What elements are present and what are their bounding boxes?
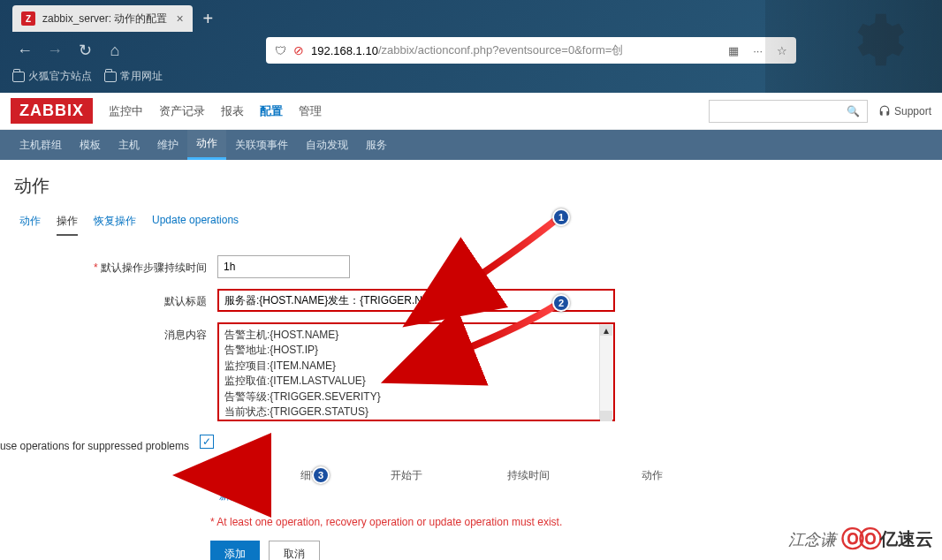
forward-button[interactable]: → — [42, 38, 67, 63]
sub-nav: 主机群组 模板 主机 维护 动作 关联项事件 自动发现 服务 — [0, 130, 942, 160]
watermark-name: 江念谦 — [788, 529, 836, 550]
tab-title: zabbix_server: 动作的配置 — [42, 11, 167, 26]
label-duration: 默认操作步骤持续时间 — [101, 261, 207, 274]
scroll-up-icon[interactable]: ▴ — [600, 325, 612, 336]
tab-update-ops[interactable]: Update operations — [152, 214, 239, 236]
search-icon: 🔍 — [847, 105, 860, 117]
new-tab-button[interactable]: + — [193, 9, 224, 29]
page-body: 动作 动作 操作 恢复操作 Update operations * 默认操作步骤… — [0, 160, 942, 560]
bookmark-firefox[interactable]: 火狐官方站点 — [12, 69, 92, 84]
tab-operation[interactable]: 操作 — [57, 214, 78, 236]
col-action: 动作 — [642, 465, 675, 487]
subnav-templates[interactable]: 模板 — [71, 130, 110, 160]
folder-icon — [104, 72, 117, 82]
tab-favicon: Z — [21, 11, 35, 26]
scrollbar[interactable] — [599, 324, 613, 420]
label-operations: 操作 — [186, 469, 207, 481]
table-header-row: 步骤 细节 开始于 持续时间 动作 — [219, 465, 675, 487]
pause-checkbox[interactable]: ✓ — [200, 435, 214, 449]
qr-icon[interactable]: ▦ — [728, 44, 739, 57]
page-title: 动作 — [14, 174, 928, 198]
subnav-discovery[interactable]: 自动发现 — [297, 130, 357, 160]
blocked-icon: ⊘ — [293, 43, 304, 57]
subnav-actions[interactable]: 动作 — [187, 130, 226, 160]
menu-inventory[interactable]: 资产记录 — [159, 103, 205, 119]
zabbix-logo[interactable]: ZABBIX — [11, 98, 93, 124]
browser-chrome: Z zabbix_server: 动作的配置 × + ← → ↻ ⌂ 🛡 ⊘ 1… — [0, 0, 942, 93]
back-button[interactable]: ← — [12, 38, 37, 63]
menu-monitoring[interactable]: 监控中 — [109, 103, 143, 119]
url-host: 192.168.1.10 — [311, 44, 378, 57]
tab-action[interactable]: 动作 — [19, 214, 41, 236]
scroll-down-icon[interactable] — [600, 411, 612, 421]
col-step: 步骤 — [219, 465, 299, 487]
col-duration: 持续时间 — [507, 465, 640, 487]
gear-decor — [845, 9, 907, 71]
new-operation-link[interactable]: 新的 — [219, 489, 240, 502]
zabbix-header: ZABBIX 监控中 资产记录 报表 配置 管理 🔍 Support — [0, 93, 942, 130]
bookmark-common[interactable]: 常用网址 — [104, 69, 163, 84]
goto-home-button[interactable]: ⌂ — [103, 38, 127, 63]
annotation-badge-1: 1 — [552, 208, 570, 226]
watermark: 江念谦 ⓞⓞ亿速云 — [788, 524, 933, 555]
folder-icon — [12, 72, 25, 82]
subnav-hosts[interactable]: 主机 — [110, 130, 148, 160]
browser-tab[interactable]: Z zabbix_server: 动作的配置 × — [12, 5, 193, 32]
headset-icon — [878, 105, 891, 117]
shield-icon: 🛡 — [275, 44, 286, 57]
support-link[interactable]: Support — [878, 105, 931, 117]
label-message: 消息内容 — [164, 329, 207, 341]
annotation-badge-3: 3 — [312, 466, 330, 484]
subnav-correlation[interactable]: 关联项事件 — [226, 130, 297, 160]
annotation-badge-2: 2 — [552, 294, 570, 312]
tab-recovery[interactable]: 恢复操作 — [94, 214, 136, 236]
duration-input[interactable] — [217, 255, 350, 278]
menu-reports[interactable]: 报表 — [221, 103, 244, 119]
menu-configuration[interactable]: 配置 — [260, 103, 283, 119]
operations-table: 步骤 细节 开始于 持续时间 动作 新的 — [217, 463, 677, 505]
cancel-button[interactable]: 取消 — [269, 541, 320, 560]
top-menu: 监控中 资产记录 报表 配置 管理 — [109, 103, 322, 119]
search-input[interactable]: 🔍 — [709, 100, 868, 123]
menu-administration[interactable]: 管理 — [299, 103, 322, 119]
col-start: 开始于 — [391, 465, 505, 487]
subnav-services[interactable]: 服务 — [357, 130, 396, 160]
form-tabs: 动作 操作 恢复操作 Update operations — [14, 214, 928, 236]
watermark-logo: ⓞⓞ亿速云 — [841, 524, 933, 555]
message-textarea[interactable] — [217, 322, 615, 421]
reload-button[interactable]: ↻ — [72, 38, 97, 63]
label-pause: Pause operations for suppressed problems — [0, 440, 189, 452]
url-path: /zabbix/actionconf.php?eventsource=0&for… — [378, 42, 624, 58]
subnav-maintenance[interactable]: 维护 — [148, 130, 187, 160]
more-icon[interactable]: ··· — [753, 44, 763, 57]
add-button[interactable]: 添加 — [210, 541, 260, 560]
tab-close-icon[interactable]: × — [167, 11, 183, 26]
url-bar[interactable]: 🛡 ⊘ 192.168.1.10/zabbix/actionconf.php?e… — [266, 37, 796, 64]
subnav-hostgroups[interactable]: 主机群组 — [11, 130, 71, 160]
label-subject: 默认标题 — [164, 295, 207, 307]
